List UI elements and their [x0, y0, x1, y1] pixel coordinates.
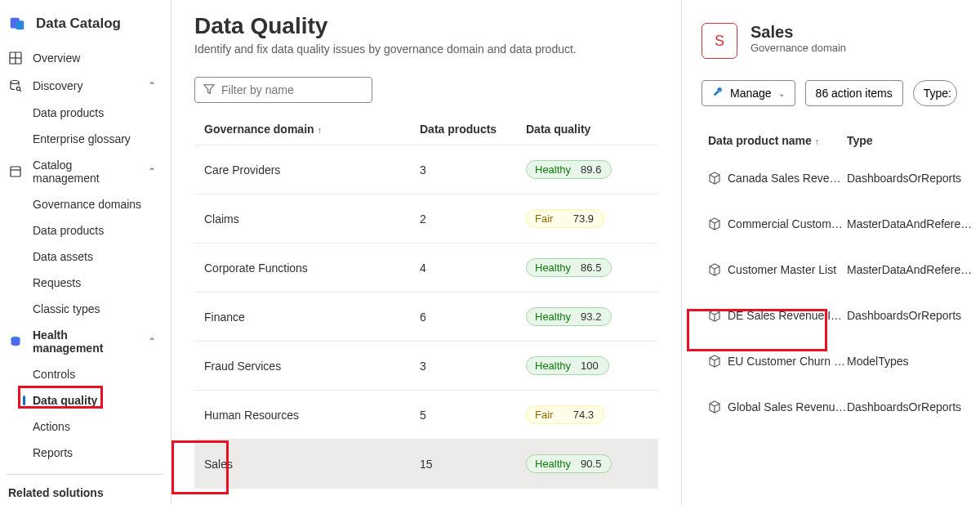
table-row[interactable]: Care Providers3Healthy89.6: [194, 145, 658, 194]
product-count: 6: [420, 311, 526, 324]
product-count: 3: [420, 360, 526, 373]
table-row[interactable]: Corporate Functions4Healthy86.5: [194, 244, 658, 293]
type-filter-label: Type:: [924, 87, 951, 100]
detail-row[interactable]: DE Sales Revenue In…DashboardsOrReports: [702, 293, 980, 338]
quality-pill: Healthy100: [526, 356, 609, 375]
type-filter-button[interactable]: Type:: [913, 80, 957, 106]
table-row[interactable]: Claims2Fair73.9: [194, 194, 658, 244]
sidebar-label: Data products: [33, 224, 163, 237]
quality-cell: Healthy90.5: [526, 454, 648, 473]
sidebar-sub-reports[interactable]: Reports: [0, 440, 171, 466]
detail-row[interactable]: EU Customer Churn …ModelTypes: [702, 338, 980, 384]
product-name-cell: Global Sales Revenu…: [708, 400, 847, 413]
quality-pill: Healthy93.2: [526, 307, 612, 326]
sidebar-item-discovery[interactable]: Discovery ⌃: [0, 72, 171, 100]
sidebar-sub-governance-domains[interactable]: Governance domains: [0, 191, 171, 217]
sidebar-item-catalog-management[interactable]: Catalog management ⌃: [0, 152, 171, 191]
cube-icon: [708, 217, 721, 230]
product-count: 5: [420, 409, 526, 422]
sidebar-label: Data assets: [33, 250, 163, 263]
table-row[interactable]: Fraud Services3Healthy100: [194, 342, 658, 391]
sidebar-sub-data-assets[interactable]: Data assets: [0, 244, 171, 270]
table-row[interactable]: Human Resources5Fair74.3: [194, 391, 658, 440]
sidebar-item-overview[interactable]: Overview: [0, 44, 171, 72]
detail-row[interactable]: Commercial Custom…MasterDataAndReferen…: [702, 201, 980, 247]
domain-name: Finance: [204, 311, 420, 324]
quality-score: 89.6: [581, 163, 601, 176]
sort-asc-icon: ↑: [815, 136, 820, 146]
quality-cell: Healthy93.2: [526, 307, 648, 326]
search-db-icon: [8, 78, 23, 93]
sidebar-label: Controls: [33, 368, 163, 381]
domain-name: Corporate Functions: [204, 261, 420, 275]
manage-button[interactable]: Manage ⌄: [702, 80, 795, 106]
sidebar-sub-actions[interactable]: Actions: [0, 413, 171, 440]
product-name-cell: DE Sales Revenue In…: [708, 309, 847, 322]
quality-pill: Healthy86.5: [526, 258, 612, 277]
col-header-quality[interactable]: Data quality: [526, 123, 648, 136]
sidebar-sub-requests[interactable]: Requests: [0, 270, 171, 296]
product-name-cell: Commercial Custom…: [708, 217, 847, 230]
action-items-button[interactable]: 86 action items: [805, 80, 903, 106]
sort-asc-icon: ↑: [318, 125, 323, 135]
sidebar-sub-data-products[interactable]: Data products: [0, 100, 171, 126]
col-header-products[interactable]: Data products: [420, 123, 526, 136]
sidebar-sub-controls[interactable]: Controls: [0, 361, 171, 387]
chevron-up-icon: ⌃: [148, 166, 156, 177]
sidebar-label: Enterprise glossary: [33, 132, 163, 145]
quality-cell: Fair73.9: [526, 209, 648, 228]
table-row[interactable]: Finance6Healthy93.2: [194, 293, 658, 342]
sidebar-label: Requests: [33, 276, 163, 289]
quality-pill: Fair74.3: [526, 405, 604, 424]
product-count: 4: [420, 261, 526, 275]
col-header-domain[interactable]: Governance domain↑: [204, 123, 420, 136]
domain-name: Care Providers: [204, 163, 420, 177]
sidebar-label: Classic types: [33, 302, 163, 315]
table-header: Governance domain↑ Data products Data qu…: [194, 113, 658, 145]
chevron-up-icon: ⌃: [148, 336, 156, 347]
quality-score: 74.3: [573, 409, 594, 421]
sidebar-sub-classic-types[interactable]: Classic types: [0, 296, 171, 322]
product-name: DE Sales Revenue In…: [728, 309, 847, 322]
filter-input[interactable]: [194, 77, 372, 103]
sidebar-sub-data-quality[interactable]: Data quality: [0, 387, 171, 413]
sidebar-sub-enterprise-glossary[interactable]: Enterprise glossary: [0, 126, 171, 152]
detail-actions: Manage ⌄ 86 action items Type:: [702, 80, 980, 106]
detail-row[interactable]: Canada Sales Reven…DashboardsOrReports: [702, 155, 980, 201]
detail-row[interactable]: Customer Master ListMasterDataAndReferen…: [702, 247, 980, 293]
svg-point-6: [16, 87, 20, 90]
product-type: DashboardsOrReports: [847, 400, 973, 413]
main: Data Quality Identify and fix data quali…: [172, 0, 980, 505]
product-name: Commercial Custom…: [728, 217, 843, 230]
product-name-cell: Customer Master List: [708, 263, 847, 276]
quality-cell: Healthy86.5: [526, 258, 648, 277]
domain-table: Governance domain↑ Data products Data qu…: [194, 113, 658, 489]
product-type: DashboardsOrReports: [847, 309, 973, 322]
quality-cell: Healthy89.6: [526, 160, 648, 179]
svg-point-5: [11, 81, 19, 84]
product-count: 2: [420, 212, 526, 226]
col-header-type[interactable]: Type: [847, 134, 973, 147]
col-header-product-name[interactable]: Data product name↑: [708, 134, 847, 147]
sidebar-label: Governance domains: [33, 198, 163, 211]
product-type: MasterDataAndReferen…: [847, 217, 973, 230]
sidebar-sub-data-products-2[interactable]: Data products: [0, 217, 171, 244]
table-row[interactable]: Sales15Healthy90.5: [194, 440, 658, 489]
cube-icon: [708, 355, 721, 368]
sidebar: Data Catalog Overview Discovery ⌃ Data p…: [0, 0, 172, 505]
product-name: Canada Sales Reven…: [728, 172, 847, 185]
chevron-up-icon: ⌃: [148, 80, 156, 92]
sidebar-label: Data products: [33, 106, 163, 119]
action-items-label: 86 action items: [816, 87, 893, 100]
detail-subtitle: Governance domain: [751, 42, 846, 54]
status-label: Healthy: [535, 163, 571, 176]
sidebar-item-health-management[interactable]: Health management ⌃: [0, 322, 171, 361]
detail-row[interactable]: Global Sales Revenu…DashboardsOrReports: [702, 384, 980, 430]
detail-title: Sales: [751, 23, 846, 42]
cube-icon: [708, 172, 721, 185]
svg-line-7: [20, 90, 21, 92]
box-icon: [8, 164, 23, 179]
quality-cell: Healthy100: [526, 356, 648, 375]
status-label: Healthy: [535, 311, 571, 323]
filter-text-input[interactable]: [221, 83, 364, 96]
